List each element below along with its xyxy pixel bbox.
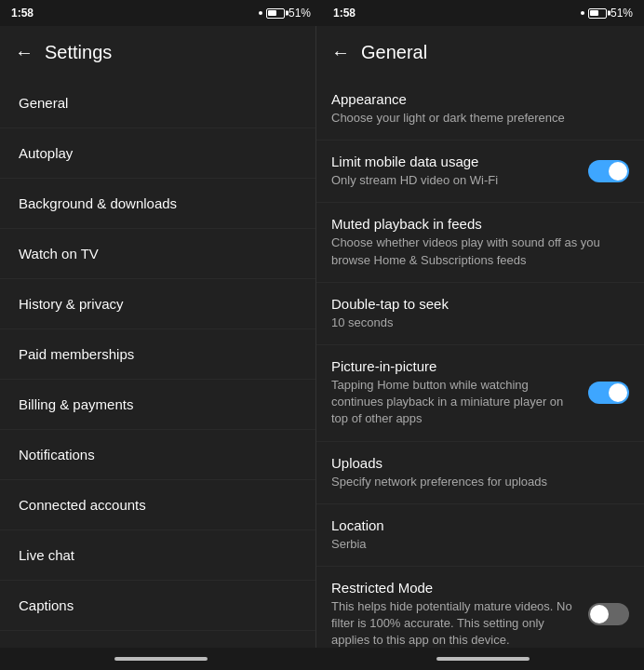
settings-title-uploads: Uploads — [331, 455, 618, 471]
settings-subtitle-muted-playback: Choose whether videos play with sound of… — [331, 234, 618, 268]
sidebar-item-billing-payments[interactable]: Billing & payments — [0, 380, 315, 430]
left-panel-title: Settings — [45, 42, 112, 63]
left-signal-dot — [259, 11, 262, 15]
sidebar-item-history-privacy[interactable]: History & privacy — [0, 279, 315, 329]
settings-title-muted-playback: Muted playback in feeds — [331, 216, 618, 232]
toggle-knob-restricted-mode — [590, 605, 609, 623]
sidebar-item-general[interactable]: General — [0, 78, 315, 128]
right-home-indicator — [436, 657, 530, 661]
left-status-bar: 1:58 51% — [0, 0, 322, 26]
left-time: 1:58 — [11, 7, 34, 20]
left-bottom-bar — [0, 648, 322, 670]
bottom-bars — [0, 648, 644, 670]
sidebar-item-about[interactable]: About — [0, 631, 315, 648]
right-panel: ← General AppearanceChoose your light or… — [316, 26, 644, 648]
left-home-indicator — [114, 657, 208, 661]
settings-title-limit-mobile-data: Limit mobile data usage — [331, 154, 577, 169]
sidebar-item-paid-memberships[interactable]: Paid memberships — [0, 329, 315, 380]
right-bottom-bar — [322, 648, 644, 670]
left-panel-header: ← Settings — [0, 26, 315, 78]
settings-list: AppearanceChoose your light or dark them… — [316, 78, 644, 648]
settings-item-limit-mobile-data[interactable]: Limit mobile data usageOnly stream HD vi… — [316, 141, 644, 203]
settings-subtitle-uploads: Specify network preferences for uploads — [331, 474, 618, 490]
settings-item-double-tap-seek[interactable]: Double-tap to seek10 seconds — [316, 283, 644, 345]
toggle-knob-limit-mobile-data — [609, 162, 627, 181]
settings-item-restricted-mode[interactable]: Restricted ModeThis helps hide potential… — [316, 567, 644, 648]
settings-title-picture-in-picture: Picture-in-picture — [331, 358, 577, 374]
sidebar-item-captions[interactable]: Captions — [0, 581, 315, 631]
right-signal-dot — [581, 11, 584, 15]
left-battery-icon — [266, 8, 285, 19]
settings-title-double-tap-seek: Double-tap to seek — [331, 296, 618, 312]
settings-item-location[interactable]: LocationSerbia — [316, 504, 644, 567]
settings-item-uploads[interactable]: UploadsSpecify network preferences for u… — [316, 442, 644, 504]
settings-subtitle-picture-in-picture: Tapping Home button while watching conti… — [331, 377, 577, 428]
toggle-picture-in-picture[interactable] — [588, 382, 629, 404]
left-back-button[interactable]: ← — [15, 43, 34, 61]
settings-subtitle-location: Serbia — [331, 536, 618, 553]
settings-subtitle-double-tap-seek: 10 seconds — [331, 315, 618, 331]
right-panel-header: ← General — [316, 26, 644, 78]
toggle-restricted-mode[interactable] — [588, 603, 629, 625]
settings-subtitle-limit-mobile-data: Only stream HD video on Wi-Fi — [331, 172, 577, 189]
toggle-knob-picture-in-picture — [609, 383, 627, 402]
sidebar-item-live-chat[interactable]: Live chat — [0, 530, 315, 581]
settings-item-appearance[interactable]: AppearanceChoose your light or dark them… — [316, 78, 644, 141]
right-time: 1:58 — [333, 7, 356, 20]
sidebar-item-notifications[interactable]: Notifications — [0, 430, 315, 480]
settings-nav-list: GeneralAutoplayBackground & downloadsWat… — [0, 78, 315, 648]
settings-title-location: Location — [331, 517, 618, 533]
settings-title-restricted-mode: Restricted Mode — [331, 580, 577, 596]
sidebar-item-watch-tv[interactable]: Watch on TV — [0, 229, 315, 279]
sidebar-item-connected-accounts[interactable]: Connected accounts — [0, 480, 315, 530]
sidebar-item-background-downloads[interactable]: Background & downloads — [0, 179, 315, 229]
main-content: ← Settings GeneralAutoplayBackground & d… — [0, 26, 644, 648]
settings-subtitle-restricted-mode: This helps hide potentially mature video… — [331, 598, 577, 648]
right-status-bar: 1:58 51% — [322, 0, 644, 26]
settings-title-appearance: Appearance — [331, 91, 618, 107]
settings-item-picture-in-picture[interactable]: Picture-in-pictureTapping Home button wh… — [316, 345, 644, 442]
left-battery-pct: 51% — [288, 7, 311, 20]
status-bars: 1:58 51% 1:58 51% — [0, 0, 644, 26]
left-panel: ← Settings GeneralAutoplayBackground & d… — [0, 26, 316, 648]
sidebar-item-autoplay[interactable]: Autoplay — [0, 128, 315, 179]
toggle-limit-mobile-data[interactable] — [588, 160, 629, 182]
settings-item-muted-playback[interactable]: Muted playback in feedsChoose whether vi… — [316, 203, 644, 282]
settings-subtitle-appearance: Choose your light or dark theme preferen… — [331, 110, 618, 127]
right-panel-title: General — [361, 42, 427, 63]
right-battery-pct: 51% — [610, 7, 633, 20]
right-battery-icon — [588, 8, 607, 19]
right-back-button[interactable]: ← — [331, 43, 350, 61]
